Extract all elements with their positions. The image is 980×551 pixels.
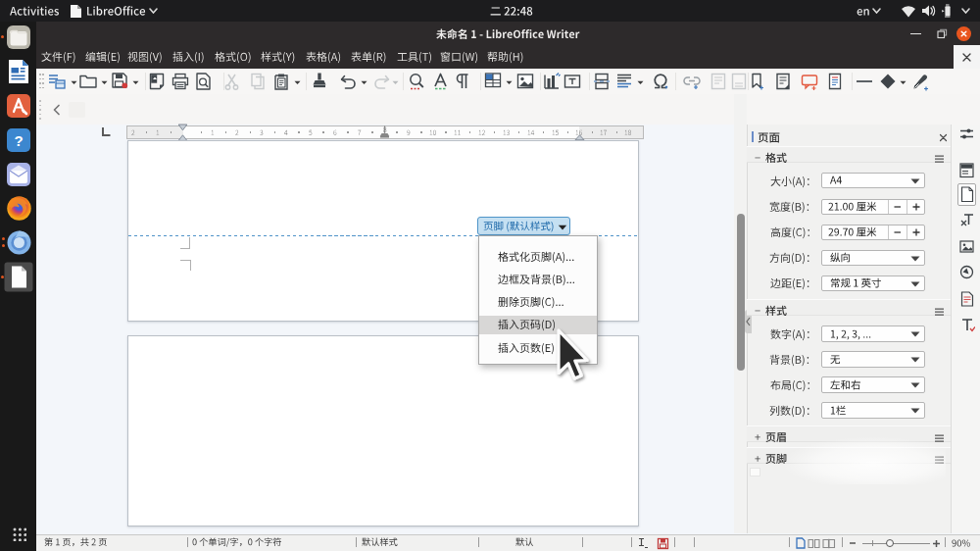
svg-text:?: ?: [14, 132, 23, 149]
